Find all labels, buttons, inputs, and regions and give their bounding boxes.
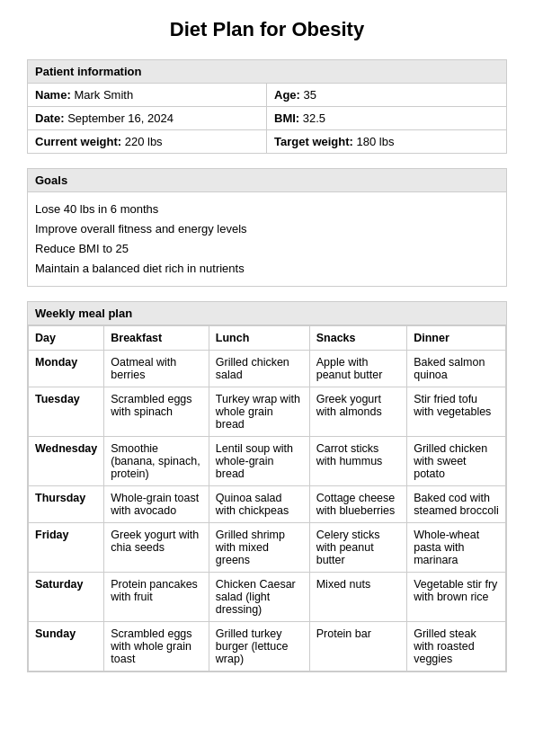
page-title: Diet Plan for Obesity: [27, 18, 507, 41]
cell-dinner-4: Whole-wheat pasta with marinara: [407, 523, 506, 573]
cell-breakfast-2: Smoothie (banana, spinach, protein): [104, 437, 209, 486]
cell-day-0: Monday: [29, 351, 104, 387]
patient-info-grid: Name: Mark Smith Age: 35 Date: September…: [28, 84, 506, 153]
meal-table-header-row: Day Breakfast Lunch Snacks Dinner: [29, 326, 506, 351]
cell-snacks-1: Greek yogurt with almonds: [309, 387, 407, 437]
date-value: September 16, 2024: [67, 111, 174, 125]
name-value: Mark Smith: [74, 88, 133, 102]
bmi-label: BMI:: [274, 111, 299, 125]
goal-item-1: Lose 40 lbs in 6 months: [35, 200, 499, 219]
col-day: Day: [29, 326, 104, 351]
cell-snacks-6: Protein bar: [309, 622, 407, 672]
name-label: Name:: [35, 88, 71, 102]
cell-dinner-1: Stir fried tofu with vegetables: [407, 387, 506, 437]
cell-snacks-4: Celery sticks with peanut butter: [309, 523, 407, 573]
table-row: ThursdayWhole-grain toast with avocadoQu…: [29, 486, 506, 523]
patient-weight-cell: Current weight: 220 lbs: [28, 130, 267, 153]
cell-dinner-2: Grilled chicken with sweet potato: [407, 437, 506, 486]
cell-lunch-0: Grilled chicken salad: [209, 351, 309, 387]
goal-item-4: Maintain a balanced diet rich in nutrien…: [35, 259, 499, 279]
cell-dinner-0: Baked salmon quinoa: [407, 351, 506, 387]
table-row: WednesdaySmoothie (banana, spinach, prot…: [29, 437, 506, 486]
cell-breakfast-4: Greek yogurt with chia seeds: [104, 523, 209, 573]
patient-age-cell: Age: 35: [267, 84, 506, 107]
cell-lunch-2: Lentil soup with whole-grain bread: [209, 437, 309, 486]
patient-info-header: Patient information: [28, 60, 506, 84]
cell-day-4: Friday: [29, 523, 104, 573]
table-row: MondayOatmeal with berriesGrilled chicke…: [29, 351, 506, 387]
col-snacks: Snacks: [309, 326, 407, 351]
patient-bmi-cell: BMI: 32.5: [267, 107, 506, 130]
goal-item-3: Reduce BMI to 25: [35, 239, 499, 259]
cell-snacks-3: Cottage cheese with blueberries: [309, 486, 407, 523]
cell-snacks-2: Carrot sticks with hummus: [309, 437, 407, 486]
col-breakfast: Breakfast: [104, 326, 209, 351]
date-label: Date:: [35, 111, 65, 125]
cell-snacks-0: Apple with peanut butter: [309, 351, 407, 387]
col-dinner: Dinner: [407, 326, 506, 351]
cell-breakfast-3: Whole-grain toast with avocado: [104, 486, 209, 523]
meal-plan-table: Day Breakfast Lunch Snacks Dinner Monday…: [28, 325, 506, 672]
cell-lunch-4: Grilled shrimp with mixed greens: [209, 523, 309, 573]
patient-date-cell: Date: September 16, 2024: [28, 107, 267, 130]
cell-day-6: Sunday: [29, 622, 104, 672]
cell-breakfast-1: Scrambled eggs with spinach: [104, 387, 209, 437]
cell-breakfast-5: Protein pancakes with fruit: [104, 573, 209, 622]
table-row: SundayScrambled eggs with whole grain to…: [29, 622, 506, 672]
cell-breakfast-6: Scrambled eggs with whole grain toast: [104, 622, 209, 672]
cell-day-5: Saturday: [29, 573, 104, 622]
table-row: TuesdayScrambled eggs with spinachTurkey…: [29, 387, 506, 437]
cell-dinner-3: Baked cod with steamed broccoli: [407, 486, 506, 523]
cell-dinner-6: Grilled steak with roasted veggies: [407, 622, 506, 672]
cell-snacks-5: Mixed nuts: [309, 573, 407, 622]
meal-plan-header: Weekly meal plan: [28, 302, 506, 325]
cell-day-2: Wednesday: [29, 437, 104, 486]
age-value: 35: [304, 88, 316, 102]
cell-day-1: Tuesday: [29, 387, 104, 437]
cell-lunch-3: Quinoa salad with chickpeas: [209, 486, 309, 523]
cell-lunch-5: Chicken Caesar salad (light dressing): [209, 573, 309, 622]
weight-value: 220 lbs: [125, 135, 163, 148]
target-label: Target weight:: [274, 135, 353, 148]
cell-dinner-5: Vegetable stir fry with brown rice: [407, 573, 506, 622]
cell-day-3: Thursday: [29, 486, 104, 523]
goals-header: Goals: [28, 169, 506, 192]
table-row: FridayGreek yogurt with chia seedsGrille…: [29, 523, 506, 573]
patient-info-section: Patient information Name: Mark Smith Age…: [27, 59, 507, 154]
patient-target-cell: Target weight: 180 lbs: [267, 130, 506, 153]
bmi-value: 32.5: [303, 111, 325, 125]
goals-content: Lose 40 lbs in 6 months Improve overall …: [28, 192, 506, 286]
table-row: SaturdayProtein pancakes with fruitChick…: [29, 573, 506, 622]
goals-section: Goals Lose 40 lbs in 6 months Improve ov…: [27, 168, 507, 287]
cell-lunch-6: Grilled turkey burger (lettuce wrap): [209, 622, 309, 672]
meal-plan-section: Weekly meal plan Day Breakfast Lunch Sna…: [27, 301, 507, 672]
age-label: Age:: [274, 88, 300, 102]
cell-lunch-1: Turkey wrap with whole grain bread: [209, 387, 309, 437]
col-lunch: Lunch: [209, 326, 309, 351]
patient-name-cell: Name: Mark Smith: [28, 84, 267, 107]
weight-label: Current weight:: [35, 135, 121, 148]
goal-item-2: Improve overall fitness and energy level…: [35, 219, 499, 239]
target-value: 180 lbs: [357, 135, 395, 148]
cell-breakfast-0: Oatmeal with berries: [104, 351, 209, 387]
